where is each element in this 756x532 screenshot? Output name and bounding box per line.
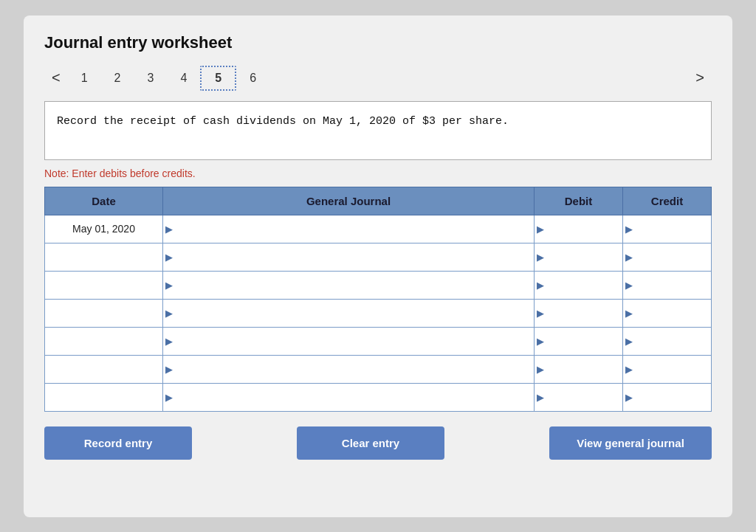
next-arrow[interactable]: > <box>688 66 712 89</box>
cell-arrow-icon: ▶ <box>625 308 633 319</box>
debit-cell-6[interactable]: ▶ <box>535 383 623 411</box>
journal-input-0[interactable] <box>168 215 529 243</box>
credit-input-1[interactable] <box>628 243 707 271</box>
journal-cell-5[interactable]: ▶ <box>163 355 535 383</box>
debit-input-5[interactable] <box>539 356 618 383</box>
debit-input-6[interactable] <box>539 384 618 411</box>
cell-arrow-icon: ▶ <box>537 224 544 235</box>
credit-cell-3[interactable]: ▶ <box>623 299 712 327</box>
date-cell-1[interactable] <box>45 243 163 271</box>
col-header-debit: Debit <box>535 187 623 215</box>
page-6[interactable]: 6 <box>236 67 269 89</box>
journal-cell-3[interactable]: ▶ <box>163 299 535 327</box>
credit-input-6[interactable] <box>628 384 707 411</box>
credit-cell-5[interactable]: ▶ <box>623 355 712 383</box>
journal-table: Date General Journal Debit Credit May 01… <box>44 187 712 412</box>
credit-cell-4[interactable]: ▶ <box>623 327 712 355</box>
journal-input-6[interactable] <box>168 384 529 411</box>
clear-entry-button[interactable]: Clear entry <box>297 426 444 460</box>
cell-arrow-icon: ▶ <box>165 224 173 235</box>
date-input-2[interactable] <box>49 272 158 299</box>
debit-input-0[interactable] <box>539 215 618 243</box>
journal-cell-4[interactable]: ▶ <box>163 327 535 355</box>
credit-input-0[interactable] <box>628 215 707 243</box>
button-row: Record entry Clear entry View general jo… <box>44 426 712 460</box>
debit-cell-5[interactable]: ▶ <box>535 355 623 383</box>
table-row: ▶▶▶ <box>45 271 712 299</box>
table-row: ▶▶▶ <box>45 299 712 327</box>
date-input-4[interactable] <box>49 328 158 355</box>
table-row: May 01, 2020▶▶▶ <box>45 215 712 243</box>
note-text: Note: Enter debits before credits. <box>44 167 712 179</box>
journal-input-5[interactable] <box>168 356 529 383</box>
col-header-date: Date <box>45 187 163 215</box>
table-row: ▶▶▶ <box>45 243 712 271</box>
cell-arrow-icon: ▶ <box>165 308 173 319</box>
date-cell-2[interactable] <box>45 271 163 299</box>
cell-arrow-icon: ▶ <box>165 392 173 403</box>
cell-arrow-icon: ▶ <box>537 308 544 319</box>
cell-arrow-icon: ▶ <box>165 280 173 291</box>
journal-input-2[interactable] <box>168 272 529 299</box>
worksheet-container: Journal entry worksheet < 1 2 3 4 5 6 > … <box>24 15 732 517</box>
debit-input-3[interactable] <box>539 300 618 327</box>
table-row: ▶▶▶ <box>45 383 712 411</box>
cell-arrow-icon: ▶ <box>537 336 544 347</box>
debit-input-2[interactable] <box>539 272 618 299</box>
cell-arrow-icon: ▶ <box>165 252 173 263</box>
credit-cell-6[interactable]: ▶ <box>623 383 712 411</box>
page-4[interactable]: 4 <box>167 67 200 89</box>
cell-arrow-icon: ▶ <box>625 364 633 375</box>
credit-cell-1[interactable]: ▶ <box>623 243 712 271</box>
date-input-6[interactable] <box>49 384 158 411</box>
view-general-journal-button[interactable]: View general journal <box>549 426 712 460</box>
cell-arrow-icon: ▶ <box>165 336 173 347</box>
debit-cell-4[interactable]: ▶ <box>535 327 623 355</box>
journal-cell-2[interactable]: ▶ <box>163 271 535 299</box>
debit-cell-0[interactable]: ▶ <box>535 215 623 243</box>
col-header-journal: General Journal <box>163 187 535 215</box>
credit-input-4[interactable] <box>628 328 707 355</box>
page-3[interactable]: 3 <box>134 67 168 89</box>
instruction-text: Record the receipt of cash dividends on … <box>57 115 509 128</box>
date-input-1[interactable] <box>49 243 158 271</box>
debit-cell-2[interactable]: ▶ <box>535 271 623 299</box>
cell-arrow-icon: ▶ <box>537 392 544 403</box>
record-entry-button[interactable]: Record entry <box>44 426 192 460</box>
journal-cell-1[interactable]: ▶ <box>163 243 535 271</box>
journal-input-4[interactable] <box>168 328 529 355</box>
credit-cell-0[interactable]: ▶ <box>623 215 712 243</box>
debit-cell-3[interactable]: ▶ <box>535 299 623 327</box>
credit-cell-2[interactable]: ▶ <box>623 271 712 299</box>
credit-input-5[interactable] <box>628 356 707 383</box>
credit-input-2[interactable] <box>628 272 707 299</box>
journal-cell-6[interactable]: ▶ <box>163 383 535 411</box>
date-input-3[interactable] <box>49 300 158 327</box>
date-cell-0[interactable]: May 01, 2020 <box>45 215 163 243</box>
cell-arrow-icon: ▶ <box>537 252 544 263</box>
table-row: ▶▶▶ <box>45 355 712 383</box>
page-1[interactable]: 1 <box>68 67 101 89</box>
page-5[interactable]: 5 <box>200 66 236 91</box>
date-input-5[interactable] <box>49 356 158 383</box>
cell-arrow-icon: ▶ <box>625 280 633 291</box>
debit-input-4[interactable] <box>539 328 618 355</box>
debit-cell-1[interactable]: ▶ <box>535 243 623 271</box>
cell-arrow-icon: ▶ <box>537 280 544 291</box>
date-cell-4[interactable] <box>45 327 163 355</box>
page-2[interactable]: 2 <box>101 67 134 89</box>
journal-input-1[interactable] <box>168 243 529 271</box>
pagination: < 1 2 3 4 5 6 > <box>44 66 712 91</box>
date-cell-6[interactable] <box>45 383 163 411</box>
cell-arrow-icon: ▶ <box>165 364 173 375</box>
page-title: Journal entry worksheet <box>44 33 712 52</box>
journal-cell-0[interactable]: ▶ <box>163 215 535 243</box>
cell-arrow-icon: ▶ <box>625 392 633 403</box>
journal-input-3[interactable] <box>168 300 529 327</box>
prev-arrow[interactable]: < <box>44 66 68 89</box>
date-cell-3[interactable] <box>45 299 163 327</box>
debit-input-1[interactable] <box>539 243 618 271</box>
credit-input-3[interactable] <box>628 300 707 327</box>
date-cell-5[interactable] <box>45 355 163 383</box>
col-header-credit: Credit <box>623 187 712 215</box>
